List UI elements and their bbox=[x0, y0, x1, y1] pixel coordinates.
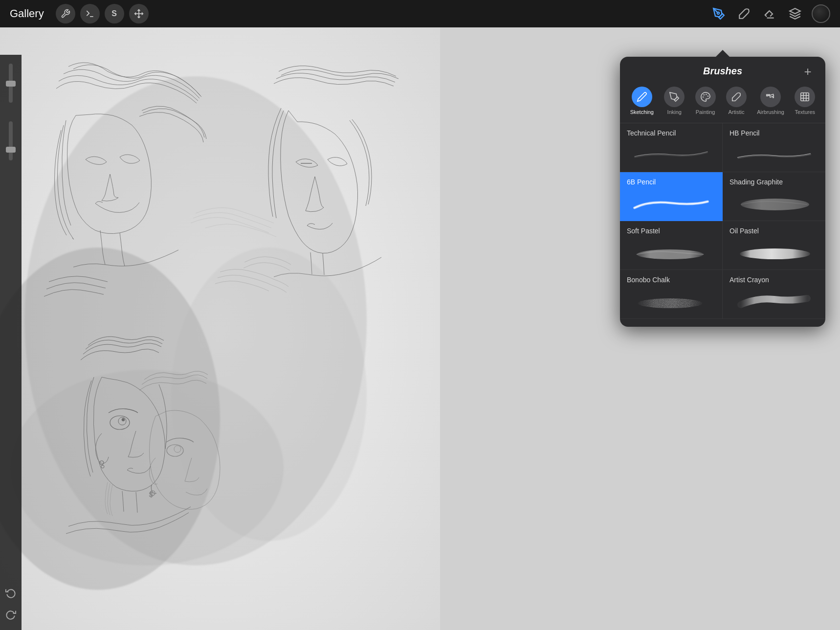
inking-label: Inking bbox=[667, 109, 682, 115]
brush-soft-pastel[interactable]: Soft Pastel bbox=[620, 221, 723, 270]
svg-point-32 bbox=[637, 249, 704, 259]
brush-stroke-artist-crayon bbox=[729, 289, 818, 311]
eraser-tool-icon[interactable] bbox=[761, 5, 778, 22]
brush-stroke-hb-pencil bbox=[729, 142, 818, 164]
svg-point-21 bbox=[706, 94, 707, 95]
sketch-artwork: $ bbox=[0, 27, 440, 630]
brush-grid: Technical Pencil HB Pencil bbox=[620, 123, 825, 319]
brush-bonobo-chalk[interactable]: Bonobo Chalk bbox=[620, 270, 723, 319]
svg-point-33 bbox=[740, 248, 810, 259]
brush-stroke-soft-pastel bbox=[627, 240, 715, 262]
tab-airbrushing[interactable]: Airbrushing bbox=[754, 85, 787, 117]
panel-header: Brushes + bbox=[620, 57, 825, 83]
top-toolbar: Gallery S bbox=[0, 0, 840, 27]
magnetic-button[interactable] bbox=[80, 4, 100, 23]
svg-point-3 bbox=[717, 12, 719, 14]
s-button[interactable]: S bbox=[105, 4, 124, 23]
transform-button[interactable] bbox=[129, 4, 149, 23]
brush-name-soft-pastel: Soft Pastel bbox=[627, 227, 715, 235]
left-sidebar bbox=[0, 55, 22, 630]
textures-icon bbox=[795, 87, 815, 107]
brush-hb-pencil[interactable]: HB Pencil bbox=[723, 123, 825, 172]
category-tabs: Sketching Inking bbox=[620, 83, 825, 123]
svg-text:$: $ bbox=[149, 491, 153, 498]
tab-textures[interactable]: Textures bbox=[792, 85, 818, 117]
brush-name-hb-pencil: HB Pencil bbox=[729, 129, 818, 137]
brush-oil-pastel[interactable]: Oil Pastel bbox=[723, 221, 825, 270]
brush-name-oil-pastel: Oil Pastel bbox=[729, 227, 818, 235]
layers-icon[interactable] bbox=[786, 5, 804, 22]
brush-size-slider[interactable] bbox=[9, 64, 13, 103]
avatar[interactable] bbox=[812, 4, 830, 23]
brush-technical-pencil[interactable]: Technical Pencil bbox=[620, 123, 723, 172]
brush-size-thumb[interactable] bbox=[6, 81, 16, 87]
brush-shading-graphite[interactable]: Shading Graphite bbox=[723, 172, 825, 221]
svg-point-24 bbox=[703, 97, 703, 97]
svg-point-22 bbox=[707, 96, 708, 96]
svg-point-16 bbox=[10, 370, 284, 565]
canvas-area[interactable]: $ Brushes bbox=[0, 27, 840, 630]
brush-stroke-oil-pastel bbox=[729, 240, 818, 262]
brush-stroke-bonobo-chalk bbox=[627, 289, 715, 311]
redo-button[interactable] bbox=[2, 606, 20, 623]
artistic-label: Artistic bbox=[728, 109, 744, 115]
sketching-label: Sketching bbox=[630, 109, 654, 115]
brush-artist-crayon[interactable]: Artist Crayon bbox=[723, 270, 825, 319]
svg-point-31 bbox=[741, 199, 809, 210]
wrench-button[interactable] bbox=[56, 4, 75, 23]
opacity-thumb[interactable] bbox=[6, 147, 16, 153]
svg-marker-4 bbox=[790, 8, 800, 14]
panel-title: Brushes bbox=[703, 66, 742, 77]
brush-tool-icon[interactable] bbox=[735, 5, 753, 22]
brush-name-bonobo-chalk: Bonobo Chalk bbox=[627, 276, 715, 284]
svg-point-25 bbox=[773, 97, 774, 98]
undo-button[interactable] bbox=[2, 584, 20, 602]
airbrushing-label: Airbrushing bbox=[757, 109, 784, 115]
airbrushing-icon bbox=[760, 87, 781, 107]
svg-point-34 bbox=[638, 298, 703, 308]
brush-stroke-6b-pencil bbox=[627, 191, 715, 213]
tab-painting[interactable]: Painting bbox=[692, 85, 719, 117]
brush-name-6b-pencil: 6B Pencil bbox=[627, 178, 715, 186]
svg-point-23 bbox=[704, 94, 704, 95]
painting-icon bbox=[695, 87, 716, 107]
artistic-icon bbox=[726, 87, 747, 107]
panel-caret bbox=[716, 50, 729, 57]
add-brush-button[interactable]: + bbox=[800, 64, 816, 79]
brush-name-artist-crayon: Artist Crayon bbox=[729, 276, 818, 284]
gallery-button[interactable]: Gallery bbox=[10, 7, 44, 20]
brush-name-shading-graphite: Shading Graphite bbox=[729, 178, 818, 186]
sketch-background: $ bbox=[0, 27, 440, 630]
tab-artistic[interactable]: Artistic bbox=[723, 85, 750, 117]
brush-6b-pencil[interactable]: 6B Pencil bbox=[620, 172, 723, 221]
toolbar-right-tools bbox=[710, 4, 830, 23]
svg-rect-26 bbox=[801, 93, 809, 101]
textures-label: Textures bbox=[795, 109, 815, 115]
brush-stroke-shading-graphite bbox=[729, 191, 818, 213]
brush-stroke-technical-pencil bbox=[627, 142, 715, 164]
opacity-slider[interactable] bbox=[9, 121, 13, 160]
tab-sketching[interactable]: Sketching bbox=[627, 85, 657, 117]
inking-icon bbox=[664, 87, 685, 107]
pencil-tool-icon[interactable] bbox=[710, 5, 728, 22]
brushes-panel: Brushes + Sketching Inking bbox=[620, 57, 825, 327]
brush-name-technical-pencil: Technical Pencil bbox=[627, 129, 715, 137]
sketching-icon bbox=[632, 87, 652, 107]
painting-label: Painting bbox=[696, 109, 715, 115]
tab-inking[interactable]: Inking bbox=[661, 85, 687, 117]
